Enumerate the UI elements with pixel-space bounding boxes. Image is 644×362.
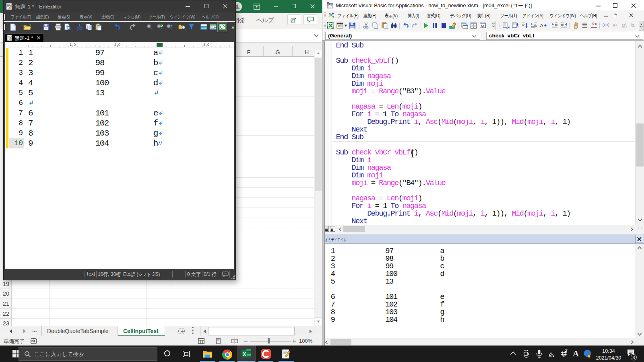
svg-text:X: X: [243, 352, 246, 357]
svg-text:A: A: [540, 23, 543, 28]
